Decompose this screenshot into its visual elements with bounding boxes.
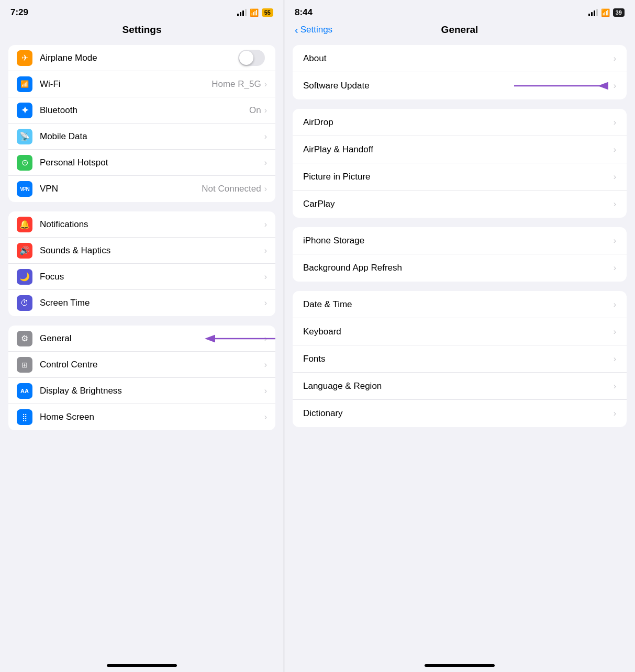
home-screen-row[interactable]: ⣿ Home Screen › — [8, 404, 275, 430]
airplane-row[interactable]: ✈ Airplane Mode — [8, 45, 275, 71]
pip-label: Picture in Picture — [303, 172, 614, 182]
fonts-label: Fonts — [303, 354, 614, 364]
airplay-label: AirPlay & Handoff — [303, 144, 614, 155]
airplay-row[interactable]: AirPlay & Handoff › — [293, 136, 627, 163]
control-centre-row[interactable]: ⊞ Control Centre › — [8, 352, 275, 378]
general-row[interactable]: ⚙ General › — [8, 326, 275, 352]
hotspot-row[interactable]: ⊙ Personal Hotspot › — [8, 150, 275, 176]
left-nav-title: Settings — [122, 24, 162, 36]
left-status-bar: 7:29 📶 55 — [0, 0, 284, 22]
left-panel: 7:29 📶 55 Settings ✈ Airplane Mode — [0, 0, 284, 672]
about-chevron: › — [614, 54, 616, 63]
screen-time-chevron: › — [264, 298, 267, 308]
control-centre-chevron: › — [264, 360, 267, 369]
datetime-label: Date & Time — [303, 299, 614, 310]
control-centre-label: Control Centre — [40, 360, 264, 370]
dictionary-row[interactable]: Dictionary › — [293, 400, 627, 427]
vpn-value: Not Connected — [202, 184, 261, 194]
home-screen-chevron: › — [264, 412, 267, 422]
left-time: 7:29 — [10, 7, 28, 18]
right-status-bar: 8:44 📶 39 — [284, 0, 635, 22]
locale-group: Date & Time › Keyboard › Fonts › Languag… — [293, 291, 627, 427]
hotspot-chevron: › — [264, 158, 267, 167]
about-row[interactable]: About › — [293, 45, 627, 72]
right-panel: 8:44 📶 39 ‹ Settings General About › — [284, 0, 635, 672]
sounds-chevron: › — [264, 246, 267, 255]
screen-time-row[interactable]: ⏱ Screen Time › — [8, 290, 275, 316]
airdrop-row[interactable]: AirDrop › — [293, 109, 627, 136]
software-update-chevron: › — [614, 81, 616, 91]
right-battery: 39 — [613, 8, 625, 17]
fonts-row[interactable]: Fonts › — [293, 345, 627, 373]
language-row[interactable]: Language & Region › — [293, 373, 627, 400]
bluetooth-row[interactable]: ✦ Bluetooth On › — [8, 97, 275, 124]
notifications-row[interactable]: 🔔 Notifications › — [8, 211, 275, 238]
iphone-storage-chevron: › — [614, 236, 616, 245]
keyboard-chevron: › — [614, 327, 616, 337]
left-battery: 55 — [262, 8, 273, 17]
hotspot-label: Personal Hotspot — [40, 158, 264, 168]
pip-row[interactable]: Picture in Picture › — [293, 163, 627, 191]
background-refresh-label: Background App Refresh — [303, 263, 614, 273]
vpn-row[interactable]: VPN VPN Not Connected › — [8, 176, 275, 202]
mobile-data-row[interactable]: 📡 Mobile Data › — [8, 124, 275, 150]
bluetooth-label: Bluetooth — [40, 105, 249, 116]
display-row[interactable]: AA Display & Brightness › — [8, 378, 275, 404]
wifi-chevron: › — [264, 80, 267, 89]
right-settings-content[interactable]: About › Software Update › — [284, 41, 635, 660]
vpn-chevron: › — [264, 184, 267, 194]
back-button[interactable]: ‹ Settings — [295, 25, 332, 35]
right-signal-icon — [588, 9, 598, 16]
left-status-icons: 📶 55 — [237, 8, 273, 17]
focus-label: Focus — [40, 272, 264, 282]
background-refresh-row[interactable]: Background App Refresh › — [293, 254, 627, 282]
right-time: 8:44 — [295, 7, 313, 18]
datetime-row[interactable]: Date & Time › — [293, 291, 627, 318]
home-screen-icon: ⣿ — [17, 409, 32, 425]
background-refresh-chevron: › — [614, 263, 616, 273]
toggle-knob — [239, 51, 253, 65]
left-home-indicator — [107, 664, 177, 667]
airplane-icon: ✈ — [17, 50, 32, 66]
left-nav-header: Settings — [0, 22, 284, 41]
keyboard-label: Keyboard — [303, 327, 614, 337]
storage-group: iPhone Storage › Background App Refresh … — [293, 227, 627, 282]
about-group: About › Software Update › — [293, 45, 627, 99]
display-label: Display & Brightness — [40, 386, 264, 396]
back-chevron-icon: ‹ — [295, 25, 298, 35]
airplane-toggle[interactable] — [238, 50, 265, 66]
airplane-label: Airplane Mode — [40, 53, 238, 63]
mobile-label: Mobile Data — [40, 131, 264, 142]
software-update-row[interactable]: Software Update › — [293, 72, 627, 99]
mobile-icon: 📡 — [17, 129, 32, 144]
notifications-chevron: › — [264, 220, 267, 229]
language-chevron: › — [614, 382, 616, 391]
control-centre-icon: ⊞ — [17, 357, 32, 373]
carplay-row[interactable]: CarPlay › — [293, 191, 627, 218]
focus-row[interactable]: 🌙 Focus › — [8, 264, 275, 290]
wireless-group: AirDrop › AirPlay & Handoff › Picture in… — [293, 109, 627, 218]
iphone-storage-row[interactable]: iPhone Storage › — [293, 227, 627, 254]
right-home-indicator — [425, 664, 495, 667]
back-label: Settings — [300, 25, 332, 35]
display-icon: AA — [17, 383, 32, 399]
airplay-chevron: › — [614, 145, 616, 154]
signal-icon — [237, 9, 247, 16]
sounds-row[interactable]: 🔊 Sounds & Haptics › — [8, 238, 275, 264]
general-icon: ⚙ — [17, 331, 32, 346]
right-wifi-icon: 📶 — [601, 8, 610, 17]
screen-time-label: Screen Time — [40, 298, 264, 308]
vpn-icon: VPN — [17, 181, 32, 197]
dictionary-label: Dictionary — [303, 408, 614, 419]
sounds-label: Sounds & Haptics — [40, 245, 264, 256]
carplay-label: CarPlay — [303, 199, 614, 209]
wifi-row[interactable]: 📶 Wi-Fi Home R_5G › — [8, 71, 275, 97]
keyboard-row[interactable]: Keyboard › — [293, 318, 627, 345]
left-settings-content[interactable]: ✈ Airplane Mode 📶 Wi-Fi Home R_5G › ✦ Bl… — [0, 41, 284, 660]
bluetooth-icon: ✦ — [17, 103, 32, 118]
right-nav-title: General — [441, 24, 478, 36]
sounds-icon: 🔊 — [17, 243, 32, 259]
software-update-label: Software Update — [303, 81, 614, 91]
iphone-storage-label: iPhone Storage — [303, 236, 614, 246]
display-chevron: › — [264, 386, 267, 396]
